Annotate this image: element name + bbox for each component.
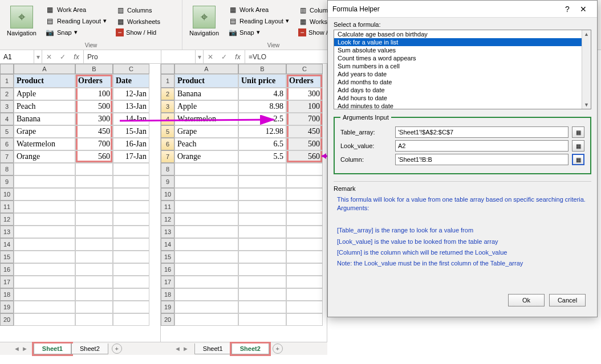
row-header[interactable]: 16: [0, 263, 14, 276]
row-header[interactable]: 20: [161, 313, 174, 326]
row-header[interactable]: 4: [161, 113, 174, 125]
reading-layout-button[interactable]: ▤Reading Layout ▾: [43, 15, 109, 27]
row-header[interactable]: 11: [161, 201, 174, 213]
cell[interactable]: [286, 175, 323, 188]
add-sheet-button[interactable]: +: [112, 343, 122, 354]
cell[interactable]: [174, 213, 238, 226]
cell[interactable]: [286, 263, 323, 276]
row-header[interactable]: 4: [0, 113, 14, 125]
row-header[interactable]: 9: [0, 175, 14, 188]
cell[interactable]: [286, 251, 323, 263]
cell[interactable]: [238, 163, 286, 175]
cell[interactable]: [14, 213, 75, 226]
cell[interactable]: [113, 301, 149, 313]
cell[interactable]: Peach: [14, 100, 75, 113]
cell[interactable]: 15-Jan: [113, 125, 149, 138]
cell[interactable]: 450: [75, 125, 113, 138]
cell[interactable]: [113, 276, 149, 288]
navigation-button-2[interactable]: Navigation: [185, 1, 224, 40]
cell[interactable]: [14, 201, 75, 213]
cell[interactable]: [14, 288, 75, 301]
navigation-button[interactable]: Navigation: [2, 1, 41, 40]
name-dropdown-icon[interactable]: ▾: [196, 50, 204, 63]
row-header[interactable]: 6: [0, 138, 14, 150]
cell[interactable]: [174, 251, 238, 263]
row-header[interactable]: 13: [161, 226, 174, 238]
cell[interactable]: [113, 175, 149, 188]
cell[interactable]: [14, 313, 75, 326]
tab-sheet1-b[interactable]: Sheet1: [194, 343, 232, 354]
cell[interactable]: [286, 201, 323, 213]
cell[interactable]: [174, 163, 238, 175]
row-header[interactable]: 1: [161, 74, 174, 88]
cell[interactable]: [286, 238, 323, 251]
cell[interactable]: [238, 188, 286, 201]
row-header[interactable]: 7: [0, 150, 14, 163]
cell[interactable]: [286, 213, 323, 226]
cell[interactable]: [286, 226, 323, 238]
snap-button-2[interactable]: 📷Snap ▾: [226, 27, 291, 38]
cell[interactable]: Product: [174, 74, 238, 88]
tab-nav-icons[interactable]: ◄ ►: [14, 345, 28, 352]
row-header[interactable]: 13: [0, 226, 14, 238]
cell[interactable]: [14, 301, 75, 313]
cell[interactable]: [113, 163, 149, 175]
cancel-formula-icon[interactable]: ✕: [42, 53, 56, 61]
work-area-button-2[interactable]: ▦Work Area: [226, 4, 291, 15]
formula-list-item[interactable]: Sum absolute values: [334, 46, 591, 54]
range-picker-icon[interactable]: ▦: [572, 126, 584, 138]
cancel-button[interactable]: Cancel: [549, 294, 586, 306]
tab-sheet1[interactable]: Sheet1: [34, 343, 71, 354]
cell[interactable]: [174, 288, 238, 301]
cell[interactable]: [75, 163, 113, 175]
cell[interactable]: [174, 263, 238, 276]
row-header[interactable]: 1: [0, 74, 14, 88]
cell[interactable]: 560: [75, 150, 113, 163]
cell[interactable]: 17-Jan: [113, 150, 149, 163]
cell[interactable]: Apple: [14, 88, 75, 100]
row-header[interactable]: 2: [0, 88, 14, 100]
cell[interactable]: Grape: [174, 125, 238, 138]
row-header[interactable]: 20: [0, 313, 14, 326]
cell[interactable]: [238, 288, 286, 301]
row-header[interactable]: 17: [0, 276, 14, 288]
columns-button[interactable]: ▥Columns: [113, 5, 177, 16]
cell[interactable]: [75, 188, 113, 201]
cell[interactable]: [174, 238, 238, 251]
row-header[interactable]: 8: [161, 163, 174, 175]
cell[interactable]: [75, 263, 113, 276]
cell[interactable]: [286, 188, 323, 201]
cell[interactable]: [75, 301, 113, 313]
cell[interactable]: 560: [286, 150, 323, 163]
cell[interactable]: Orange: [174, 150, 238, 163]
grid-sheet1[interactable]: ABC1ProductOrdersDate2Apple10012-Jan3Pea…: [0, 64, 160, 326]
ok-button[interactable]: Ok: [508, 294, 545, 306]
cell[interactable]: [75, 251, 113, 263]
cell[interactable]: 13-Jan: [113, 100, 149, 113]
reading-layout-button-2[interactable]: ▤Reading Layout ▾: [226, 15, 291, 27]
cell[interactable]: 12-Jan: [113, 88, 149, 100]
dialog-close-icon[interactable]: ✕: [574, 5, 592, 14]
cancel-formula-icon[interactable]: ✕: [204, 53, 217, 61]
column-header[interactable]: C: [286, 64, 323, 74]
cell[interactable]: [286, 313, 323, 326]
add-sheet-button[interactable]: +: [273, 343, 283, 354]
cell[interactable]: [75, 175, 113, 188]
cell[interactable]: [238, 263, 286, 276]
formula-list-item[interactable]: Add years to date: [334, 70, 591, 78]
cell[interactable]: [238, 251, 286, 263]
cell[interactable]: 8.98: [238, 100, 286, 113]
table-array-input[interactable]: [395, 126, 568, 138]
cell[interactable]: Watermelon: [174, 113, 238, 125]
cell[interactable]: [14, 163, 75, 175]
select-all-corner[interactable]: [0, 64, 14, 74]
work-area-button[interactable]: ▦Work Area: [43, 4, 109, 15]
tab-sheet2[interactable]: Sheet2: [71, 343, 108, 354]
cell[interactable]: [286, 163, 323, 175]
formula-list-item[interactable]: Sum numbers in a cell: [334, 62, 591, 70]
cell[interactable]: 500: [286, 138, 323, 150]
formula-list[interactable]: Calculate age based on birthdayLook for …: [334, 30, 591, 109]
cell[interactable]: [14, 175, 75, 188]
fx-icon[interactable]: fx: [231, 53, 245, 61]
cell[interactable]: [14, 238, 75, 251]
